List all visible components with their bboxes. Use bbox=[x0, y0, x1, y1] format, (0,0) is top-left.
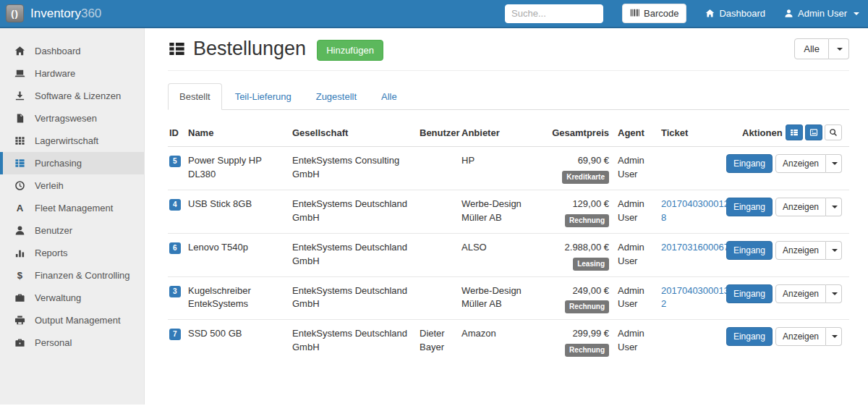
sidebar-item-label: Software & Lizenzen bbox=[35, 90, 121, 101]
brand[interactable]: () Inventory360 bbox=[6, 4, 101, 22]
eingang-button[interactable]: Eingang bbox=[726, 241, 773, 260]
search-input[interactable] bbox=[505, 4, 603, 23]
cell-gesellschaft: EntekSystems Consulting GmbH bbox=[291, 147, 418, 190]
sidebar-item-output[interactable]: Output Management bbox=[0, 309, 144, 331]
search-table-button[interactable] bbox=[825, 124, 842, 140]
svg-text:$: $ bbox=[17, 270, 23, 281]
home-icon bbox=[14, 46, 25, 56]
cell-preis: 299,99 € bbox=[572, 328, 609, 339]
search-icon bbox=[829, 128, 838, 137]
app-logo-icon: () bbox=[6, 4, 24, 22]
cell-gesellschaft: EntekSystems Deutschland GmbH bbox=[291, 190, 418, 233]
sidebar-item-benutzer[interactable]: Benutzer bbox=[0, 219, 144, 242]
tab-alle[interactable]: Alle bbox=[370, 83, 409, 110]
sidebar-item-label: Vertragswesen bbox=[35, 113, 97, 124]
sidebar-item-personal[interactable]: Personal bbox=[0, 331, 144, 354]
sidebar-item-purchasing[interactable]: Purchasing bbox=[0, 152, 144, 174]
svg-text:A: A bbox=[17, 203, 24, 213]
sidebar-item-fleet[interactable]: A Fleet Management bbox=[0, 197, 144, 219]
main-content: Bestellungen Hinzufügen Alle Bestellt Te… bbox=[145, 28, 868, 405]
anzeigen-caret-button[interactable] bbox=[826, 327, 842, 346]
chevron-down-icon bbox=[832, 292, 838, 295]
nav-dashboard-link[interactable]: Dashboard bbox=[705, 8, 765, 19]
id-badge: 4 bbox=[169, 199, 181, 211]
cell-agent: Admin User bbox=[616, 233, 660, 276]
chevron-down-icon bbox=[832, 206, 838, 208]
sidebar-item-lagerwirtschaft[interactable]: Lagerwirtschaft bbox=[0, 130, 144, 152]
page-title: Bestellungen bbox=[193, 38, 306, 60]
sidebar-item-software[interactable]: Software & Lizenzen bbox=[0, 85, 144, 107]
clock-icon bbox=[14, 180, 25, 191]
anzeigen-button[interactable]: Anzeigen bbox=[775, 284, 826, 303]
add-order-button[interactable]: Hinzufügen bbox=[317, 40, 383, 61]
sidebar-item-finanzen[interactable]: $ Finanzen & Controlling bbox=[0, 264, 144, 287]
id-badge: 7 bbox=[169, 329, 181, 340]
tab-zugestellt[interactable]: Zugestellt bbox=[305, 83, 368, 110]
col-header-benutzer: Benutzer bbox=[418, 119, 460, 147]
cell-gesellschaft: EntekSystems Deutschland GmbH bbox=[291, 276, 418, 320]
sidebar-item-verwaltung[interactable]: Verwaltung bbox=[0, 287, 144, 309]
eingang-button[interactable]: Eingang bbox=[726, 327, 773, 346]
laptop-icon bbox=[14, 68, 25, 79]
anzeigen-caret-button[interactable] bbox=[826, 198, 842, 216]
nav-dashboard-label: Dashboard bbox=[719, 8, 765, 19]
image-view-button[interactable] bbox=[805, 124, 822, 140]
briefcase-icon bbox=[14, 292, 25, 303]
anzeigen-button[interactable]: Anzeigen bbox=[775, 327, 826, 346]
list-table-icon bbox=[14, 158, 25, 169]
list-view-button[interactable] bbox=[786, 124, 803, 140]
payment-badge: Kreditkarte bbox=[562, 171, 609, 184]
sidebar-item-label: Output Management bbox=[35, 315, 121, 326]
status-tabs: Bestellt Teil-Lieferung Zugestellt Alle bbox=[168, 83, 849, 110]
ticket-link[interactable]: 2017031600067 bbox=[661, 242, 729, 253]
anzeigen-button[interactable]: Anzeigen bbox=[775, 198, 826, 216]
id-badge: 6 bbox=[169, 242, 181, 254]
orders-table: ID Name Gesellschaft Benutzer Anbieter G… bbox=[168, 119, 849, 363]
col-header-gesellschaft: Gesellschaft bbox=[291, 119, 418, 147]
sidebar-item-dashboard[interactable]: Dashboard bbox=[0, 40, 144, 62]
barcode-label: Barcode bbox=[644, 8, 678, 19]
sidebar-item-reports[interactable]: Reports bbox=[0, 242, 144, 264]
sidebar-item-hardware[interactable]: Hardware bbox=[0, 62, 144, 85]
eingang-button[interactable]: Eingang bbox=[726, 284, 773, 303]
col-header-agent: Agent bbox=[616, 119, 660, 147]
brand-name: Inventory bbox=[30, 7, 81, 20]
cell-benutzer: Dieter Bayer bbox=[418, 320, 460, 363]
eingang-button[interactable]: Eingang bbox=[726, 198, 773, 216]
anzeigen-button[interactable]: Anzeigen bbox=[775, 241, 826, 260]
tab-teil-lieferung[interactable]: Teil-Lieferung bbox=[224, 83, 303, 110]
id-badge: 3 bbox=[169, 286, 181, 297]
cell-benutzer bbox=[418, 147, 460, 190]
col-header-name: Name bbox=[187, 119, 291, 147]
sidebar-item-label: Verwaltung bbox=[35, 292, 81, 303]
cell-benutzer bbox=[418, 276, 460, 320]
ticket-link[interactable]: 20170403000128 bbox=[661, 198, 729, 223]
anzeigen-button[interactable]: Anzeigen bbox=[775, 154, 826, 173]
cell-name: USB Stick 8GB bbox=[187, 190, 291, 233]
user-menu-label: Admin User bbox=[798, 8, 847, 19]
cell-anbieter: Werbe-Design Müller AB bbox=[460, 190, 550, 233]
sidebar-item-vertragswesen[interactable]: Vertragswesen bbox=[0, 107, 144, 130]
user-icon bbox=[784, 9, 793, 18]
sidebar: Dashboard Hardware Software & Lizenzen V… bbox=[0, 28, 145, 405]
printer-icon bbox=[14, 315, 25, 326]
table-row: 7 SSD 500 GB EntekSystems Deutschland Gm… bbox=[168, 320, 849, 363]
anzeigen-caret-button[interactable] bbox=[826, 241, 842, 260]
sidebar-item-verleih[interactable]: Verleih bbox=[0, 174, 144, 197]
document-icon bbox=[14, 113, 25, 124]
sidebar-item-label: Hardware bbox=[35, 68, 75, 79]
barcode-button[interactable]: Barcode bbox=[622, 4, 686, 23]
anzeigen-caret-button[interactable] bbox=[826, 154, 842, 173]
tab-bestellt[interactable]: Bestellt bbox=[168, 83, 222, 110]
anzeigen-caret-button[interactable] bbox=[826, 284, 842, 303]
filter-button[interactable]: Alle bbox=[794, 38, 829, 59]
filter-caret-button[interactable] bbox=[829, 38, 849, 59]
user-menu[interactable]: Admin User bbox=[784, 8, 859, 19]
orders-list-icon bbox=[168, 40, 186, 58]
eingang-button[interactable]: Eingang bbox=[726, 154, 773, 173]
payment-badge: Rechnung bbox=[565, 214, 609, 227]
chevron-down-icon bbox=[832, 162, 838, 165]
table-row: 6 Lenovo T540p EntekSystems Deutschland … bbox=[168, 233, 849, 276]
ticket-link[interactable]: 20170403000132 bbox=[661, 285, 729, 310]
id-badge: 5 bbox=[169, 156, 181, 167]
